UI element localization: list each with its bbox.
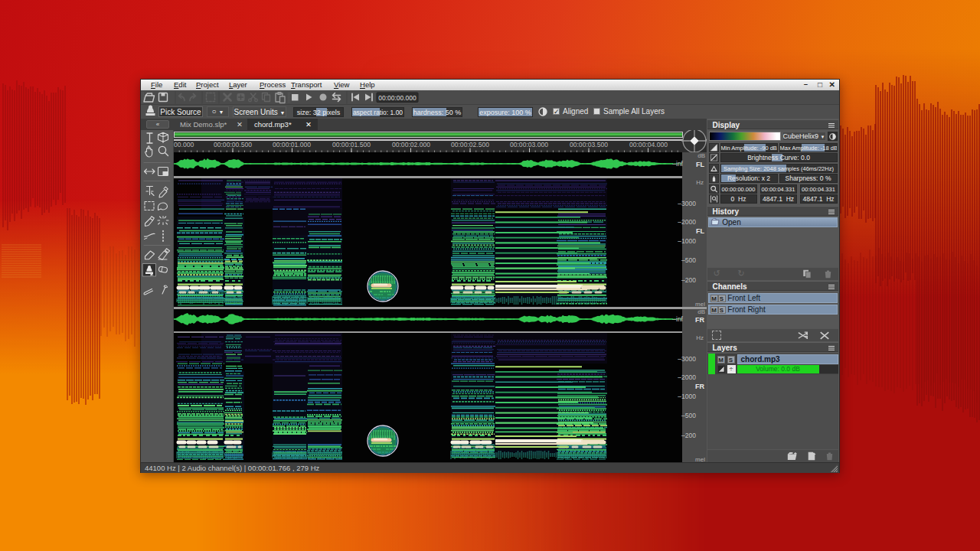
svg-text:00:00:03.500: 00:00:03.500 xyxy=(569,141,607,148)
svg-text:–500: –500 xyxy=(681,256,696,264)
svg-text:FL: FL xyxy=(696,161,704,168)
svg-text:–1000: –1000 xyxy=(678,393,696,400)
svg-text:Hz: Hz xyxy=(696,334,704,341)
svg-text:FR: FR xyxy=(695,383,704,390)
svg-text:–3000: –3000 xyxy=(678,200,696,207)
svg-text:–2000: –2000 xyxy=(678,373,696,381)
svg-text:–3000: –3000 xyxy=(678,355,696,363)
svg-text:mel: mel xyxy=(695,301,705,308)
svg-text:00:00:04.000: 00:00:04.000 xyxy=(629,141,667,148)
svg-text:00:00:01.000: 00:00:01.000 xyxy=(272,141,310,148)
svg-text:–200: –200 xyxy=(681,432,696,439)
svg-text:00:00:02.500: 00:00:02.500 xyxy=(450,141,488,148)
svg-text:mel: mel xyxy=(695,456,705,462)
svg-text:–500: –500 xyxy=(681,412,696,419)
svg-text:–inf: –inf xyxy=(672,160,683,168)
svg-text:–2000: –2000 xyxy=(678,218,696,226)
svg-text:00:00:00.500: 00:00:00.500 xyxy=(213,141,251,148)
svg-text:00:00:03.000: 00:00:03.000 xyxy=(509,141,547,148)
svg-text:–inf: –inf xyxy=(672,315,683,323)
svg-text:FR: FR xyxy=(695,316,704,324)
svg-text:FL: FL xyxy=(696,227,704,235)
svg-text:Hz: Hz xyxy=(696,179,704,186)
svg-text:00:00:02.000: 00:00:02.000 xyxy=(391,141,430,148)
svg-text:–1000: –1000 xyxy=(678,237,696,245)
svg-text:00:00:00.000: 00:00:00.000 xyxy=(378,94,416,102)
svg-text:dB: dB xyxy=(697,308,705,315)
svg-text:00:00:01.500: 00:00:01.500 xyxy=(332,141,370,148)
svg-text:dB: dB xyxy=(697,152,705,159)
svg-text:00.000: 00.000 xyxy=(174,141,194,148)
svg-text:–200: –200 xyxy=(681,276,696,284)
